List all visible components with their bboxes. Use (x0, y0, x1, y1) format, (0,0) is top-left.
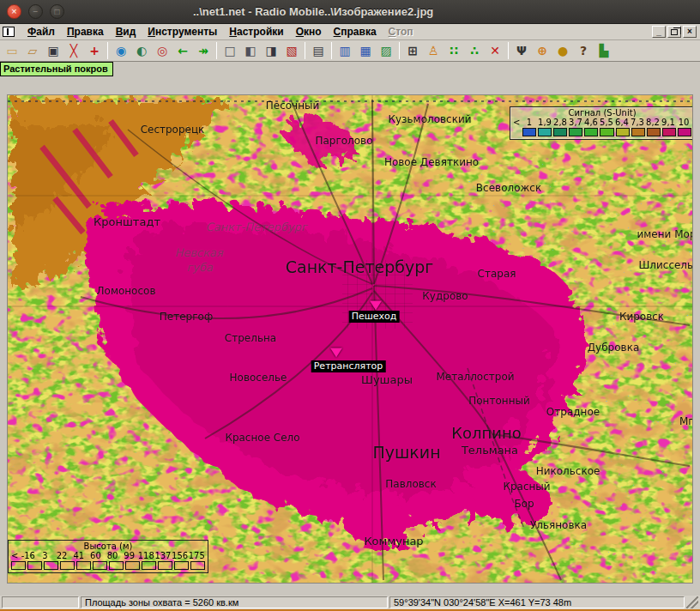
legend-value: 10 (676, 118, 691, 127)
find-best-site-button[interactable]: ◎ (152, 41, 172, 60)
mdi-child-icon[interactable] (3, 27, 15, 37)
network-properties-button[interactable]: ╳ (63, 41, 84, 60)
title-bar: × − □ ..\net1.net - Radio Mobile..\Изобр… (0, 0, 700, 24)
legend-value: 6,4 (614, 118, 630, 127)
window-minimize-button[interactable]: − (28, 4, 43, 19)
mdi-minimize-button[interactable]: _ (652, 26, 666, 38)
single-coverage-button[interactable]: ⊕ (532, 41, 552, 60)
legend-value: 8,2 (645, 118, 661, 127)
unit-properties-button[interactable]: + (84, 41, 105, 60)
legend-value: 80 (104, 551, 121, 560)
save-picture-icon: ◨ (265, 45, 276, 57)
find-best-site-icon: ◎ (157, 45, 167, 57)
signal-legend-title: Сигнал (S-Unit) (510, 107, 693, 118)
legend-value: 1,9 (537, 118, 552, 127)
window-close-button[interactable]: × (7, 4, 21, 19)
menu-окно[interactable]: Окно (290, 25, 328, 39)
legend-swatch (125, 561, 140, 570)
unit-marker-icon[interactable] (330, 348, 342, 358)
legend-value: 5,5 (599, 118, 614, 127)
coverage-map[interactable]: ПесочныйКузьмоловскийСестрорецкПарголово… (7, 94, 693, 584)
map-label: Колпино (451, 424, 522, 442)
antenna-picture-button[interactable]: ▧ (281, 41, 302, 60)
save-network-button[interactable]: ▣ (43, 41, 63, 60)
legend-swatch (647, 128, 661, 136)
window-maximize-button[interactable]: □ (50, 4, 64, 19)
new-network-button[interactable]: ▭ (2, 41, 22, 60)
legend-swatch (60, 561, 75, 570)
new-picture-button[interactable]: □ (220, 41, 240, 60)
map-label: Невская (175, 246, 223, 259)
next-view-button[interactable]: ↠ (193, 41, 214, 60)
elevation-legend-values: < -1632241608099118137156175 (9, 551, 208, 560)
edit-picture-button[interactable]: ▨ (376, 41, 396, 60)
menu-настройки[interactable]: Настройки (223, 25, 289, 39)
previous-view-button[interactable]: ← (172, 41, 193, 60)
single-coverage-icon: ⊕ (537, 45, 547, 57)
legend-swatch (584, 128, 598, 136)
legend-swatch (569, 128, 582, 136)
legend-value: 41 (70, 551, 88, 560)
open-network-button[interactable]: ▱ (22, 41, 43, 60)
map-label: Красное Село (225, 432, 299, 444)
toolbar: ▭▱▣╳+◉◐◎←↠□◧◨▧▤▥▦▨⊞♙∷∴✕Ψ⊕●?▙ (0, 40, 700, 62)
print-button[interactable]: ▤ (308, 41, 329, 60)
toolbar-separator (305, 42, 305, 59)
save-network-icon: ▣ (47, 45, 58, 57)
status-cursor-coords: 59°39'34"N 030°24'58"E X=461 Y=73 48m (389, 596, 685, 608)
picture-properties-button[interactable]: ◐ (131, 41, 152, 60)
map-label: Ульяновка (530, 519, 587, 531)
map-label: Коммунар (364, 535, 423, 547)
paste-picture-icon: ▦ (359, 45, 371, 57)
delete-polygon-button[interactable]: ✕ (485, 41, 505, 60)
map-label: Стрельна (225, 332, 276, 344)
map-label: Песочный (266, 100, 320, 112)
map-label: Отрадное (546, 406, 600, 418)
next-view-icon: ↠ (198, 45, 208, 57)
legend-swatch (174, 561, 189, 570)
coverage-table-button[interactable]: ⊞ (402, 41, 423, 60)
paste-picture-button[interactable]: ▦ (355, 41, 376, 60)
resize-grip[interactable] (686, 596, 698, 608)
map-label: Сестрорецк (141, 124, 205, 136)
style-properties-button[interactable]: ♙ (423, 41, 444, 60)
legend-swatch (522, 128, 536, 136)
legend-value: 2,8 (552, 118, 568, 127)
scatter-points-icon: ∴ (470, 45, 479, 57)
map-label: Пушкин (372, 443, 440, 462)
menu-справка[interactable]: Справка (328, 25, 383, 39)
legend-swatch (142, 561, 156, 570)
save-picture-button[interactable]: ◨ (261, 41, 281, 60)
route-query-button[interactable]: ? (573, 41, 594, 60)
legend-value: 7,3 (630, 118, 645, 127)
combined-coverage-button[interactable]: ● (552, 41, 573, 60)
legend-swatch (190, 561, 205, 570)
menu-инструменты[interactable]: Инструменты (142, 25, 223, 39)
legend-swatch (538, 128, 552, 136)
scatter-points-button[interactable]: ∴ (464, 41, 485, 60)
mdi-restore-button[interactable] (667, 26, 681, 38)
polygon-points-button[interactable]: ∷ (444, 41, 464, 60)
delete-polygon-icon: ✕ (490, 45, 500, 57)
menu-правка[interactable]: Правка (61, 25, 110, 39)
map-label: Парголово (315, 135, 372, 147)
export-picture-button[interactable]: ◧ (240, 41, 261, 60)
export-picture-icon: ◧ (244, 45, 256, 57)
menu-файл[interactable]: Файл (21, 25, 61, 39)
mdi-close-button[interactable]: × (683, 26, 697, 38)
antenna-pattern-button[interactable]: Ψ (511, 41, 532, 60)
legend-value: 1 (522, 118, 537, 127)
unit-marker-icon[interactable] (370, 301, 382, 311)
legend-swatch (93, 561, 107, 570)
copy-picture-button[interactable]: ▥ (335, 41, 355, 60)
toolbar-separator (508, 42, 509, 59)
layer-tooltip: Растительный покров (0, 62, 113, 76)
mobile-unit-button[interactable]: ▙ (594, 41, 614, 60)
polygon-points-icon: ∷ (450, 45, 458, 57)
legend-swatch (600, 128, 613, 136)
map-label: Санкт-Петербург (206, 221, 307, 233)
map-properties-button[interactable]: ◉ (111, 41, 131, 60)
picture-properties-icon: ◐ (136, 45, 147, 57)
antenna-pattern-icon: Ψ (516, 45, 527, 57)
menu-вид[interactable]: Вид (110, 25, 142, 39)
